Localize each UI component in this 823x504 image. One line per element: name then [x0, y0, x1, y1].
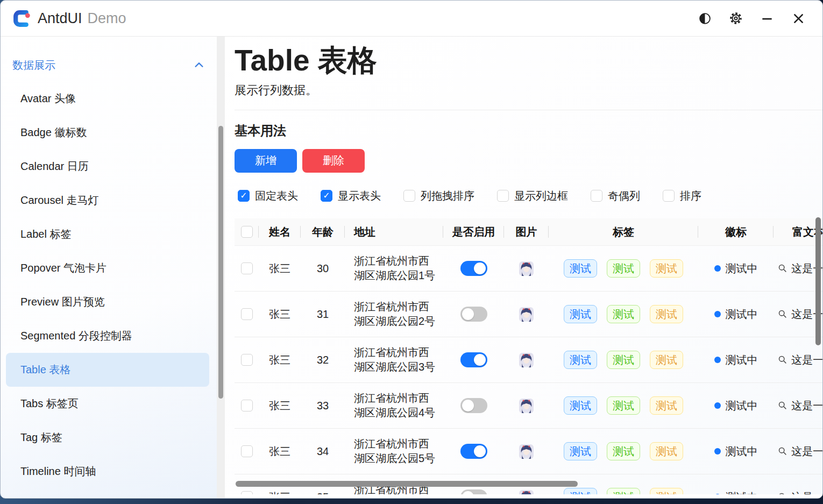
badge-label: 测试中: [726, 307, 758, 322]
sidebar-item[interactable]: Timeline 时间轴: [6, 455, 209, 488]
sidebar-item-label: Popover 气泡卡片: [20, 261, 107, 275]
checkbox[interactable]: [403, 190, 415, 202]
anime-girl-avatar[interactable]: [519, 444, 534, 459]
toolbar: 新增 删除: [235, 149, 822, 173]
table-horizontal-scrollbar-thumb[interactable]: [236, 481, 578, 487]
minimize-icon[interactable]: [751, 6, 783, 30]
main-content: Table 表格 展示行列数据。 基本用法 新增 删除 ✓ 固定表头 ✓ 显示表…: [225, 37, 822, 498]
sidebar-group-label: 数据展示: [12, 58, 55, 73]
enabled-toggle[interactable]: [460, 307, 487, 322]
sidebar-item-label: Badge 徽标数: [20, 125, 87, 140]
richtext-label: 这是一: [791, 399, 822, 413]
bottom-mask: [225, 494, 822, 498]
table-option[interactable]: 列拖拽排序: [403, 189, 474, 203]
tag: 测试: [650, 259, 683, 278]
row-checkbox[interactable]: [241, 445, 253, 457]
badge-dot-icon: [714, 311, 721, 317]
status-badge: 测试中: [714, 353, 758, 367]
row-checkbox[interactable]: [241, 400, 253, 411]
enabled-toggle[interactable]: [460, 261, 487, 276]
col-header-age: 年龄: [301, 218, 345, 245]
sidebar-item[interactable]: Carousel 走马灯: [6, 183, 209, 217]
sidebar-scrollbar-thumb[interactable]: [218, 126, 223, 399]
table-row: 张三 33 浙江省杭州市西湖区湖底公园4号 测试测试测试 测试中: [235, 383, 822, 429]
col-header-name: 姓名: [259, 218, 301, 245]
sidebar-item-label: Preview 图片预览: [20, 295, 105, 309]
tag-group: 测试测试测试: [564, 442, 683, 460]
anime-girl-avatar[interactable]: [519, 399, 534, 413]
titlebar-actions: [689, 6, 814, 30]
sidebar-item[interactable]: Table 表格: [6, 353, 209, 387]
tag-group: 测试测试测试: [564, 305, 683, 323]
checkbox[interactable]: ✓: [321, 190, 332, 202]
enabled-toggle[interactable]: [460, 398, 487, 413]
magnifier-icon: [778, 401, 787, 410]
table-option[interactable]: 显示列边框: [497, 189, 568, 203]
row-checkbox[interactable]: [241, 262, 253, 274]
sidebar-item[interactable]: Preview 图片预览: [6, 285, 209, 319]
sidebar-item-label: Tag 标签: [20, 430, 62, 445]
sidebar-item[interactable]: Tag 标签: [6, 421, 209, 455]
sidebar-item[interactable]: Avatar 头像: [6, 82, 209, 116]
checkbox-label: 奇偶列: [608, 189, 640, 203]
tag: 测试: [564, 442, 597, 460]
enabled-toggle[interactable]: [460, 352, 487, 367]
sidebar-item[interactable]: Calendar 日历: [6, 150, 209, 183]
anime-girl-avatar[interactable]: [519, 353, 534, 367]
add-button[interactable]: 新增: [235, 149, 297, 173]
sidebar-item[interactable]: Label 标签: [6, 217, 209, 251]
section-title: 基本用法: [235, 122, 822, 139]
table-option[interactable]: ✓ 显示表头: [321, 189, 381, 203]
checkbox[interactable]: ✓: [238, 190, 250, 202]
checkbox-label: 显示列边框: [514, 189, 568, 203]
table-option[interactable]: 奇偶列: [591, 189, 640, 203]
cell-name: 张三: [259, 261, 301, 276]
chevron-up-icon[interactable]: [193, 59, 205, 71]
richtext-label: 这是一: [791, 353, 822, 367]
badge-label: 测试中: [726, 444, 758, 459]
cell-address: 浙江省杭州市西湖区湖底公园5号: [345, 437, 443, 466]
checkbox[interactable]: [663, 190, 675, 202]
magnifier-icon: [778, 355, 787, 365]
badge-label: 测试中: [726, 399, 758, 413]
sidebar-item[interactable]: Popover 气泡卡片: [6, 251, 209, 285]
anime-girl-avatar[interactable]: [519, 261, 534, 276]
anime-girl-avatar[interactable]: [519, 307, 534, 322]
sidebar-item[interactable]: Tabs 标签页: [6, 387, 209, 421]
table-option[interactable]: 排序: [663, 189, 701, 203]
sidebar-item[interactable]: Badge 徽标数: [6, 116, 209, 150]
settings-gear-icon[interactable]: [720, 6, 751, 30]
checkbox[interactable]: [241, 226, 253, 238]
checkbox[interactable]: [591, 190, 602, 202]
sidebar-group-header[interactable]: 数据展示: [1, 48, 217, 82]
enabled-toggle[interactable]: [460, 444, 487, 459]
tag: 测试: [607, 351, 640, 369]
delete-button[interactable]: 删除: [302, 149, 365, 173]
cell-name: 张三: [259, 353, 301, 367]
badge-label: 测试中: [726, 353, 758, 367]
cell-name: 张三: [259, 399, 301, 413]
sidebar-item[interactable]: Segmented 分段控制器: [6, 319, 209, 353]
tag: 测试: [564, 259, 597, 278]
col-header-image: 图片: [504, 218, 549, 245]
col-header-address: 地址: [345, 218, 443, 245]
tag: 测试: [564, 305, 597, 323]
table-vertical-scrollbar-thumb[interactable]: [815, 217, 821, 345]
tag-group: 测试测试测试: [564, 396, 683, 415]
app-title-suffix: Demo: [88, 10, 126, 27]
checkbox[interactable]: [497, 190, 509, 202]
theme-contrast-icon[interactable]: [689, 6, 720, 30]
row-checkbox[interactable]: [241, 308, 253, 320]
magnifier-icon: [778, 264, 787, 273]
tag: 测试: [607, 259, 640, 278]
tag: 测试: [607, 442, 640, 460]
row-checkbox[interactable]: [241, 354, 253, 366]
col-header-enabled: 是否启用: [443, 218, 504, 245]
table-option[interactable]: ✓ 固定表头: [238, 189, 298, 203]
select-all-checkbox[interactable]: [235, 218, 259, 245]
sidebar-item-label: Timeline 时间轴: [20, 464, 96, 479]
sidebar-scrollbar-track[interactable]: [217, 37, 225, 498]
sidebar-item-label: Tabs 标签页: [20, 396, 79, 411]
checkbox-label: 显示表头: [338, 189, 381, 203]
close-icon[interactable]: [783, 6, 814, 30]
